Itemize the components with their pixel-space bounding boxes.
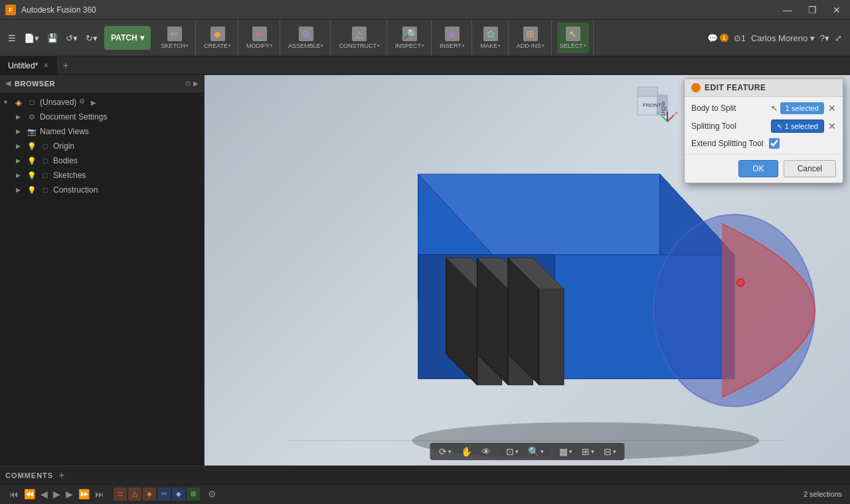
ef-ok-button[interactable]: OK <box>738 160 778 177</box>
notifications-button[interactable]: 💬 1 <box>707 33 728 43</box>
new-file-button[interactable]: 📄▾ <box>21 32 42 44</box>
timeline-next-all-button[interactable]: ⏩ <box>77 487 91 501</box>
svg-point-16 <box>736 279 744 286</box>
timeline-item-2[interactable]: △ <box>128 487 141 501</box>
tree-item-named-views[interactable]: ▶ 📷 Named Views <box>0 124 204 139</box>
tree-gear-root[interactable]: ⚙ <box>79 98 88 107</box>
extend-splitting-checkbox[interactable] <box>769 138 780 149</box>
tree-item-origin[interactable]: ▶ 💡 □ Origin <box>0 139 204 153</box>
tree-label-root: (Unsaved) <box>40 98 76 107</box>
app-logo: F <box>5 5 16 15</box>
timeline-next-button[interactable]: ▶ <box>64 487 74 501</box>
selection-count: 2 selections <box>804 490 842 498</box>
tab-close-button[interactable]: ✕ <box>43 62 48 69</box>
construct-button[interactable]: △ CONSTRUCT▾ <box>336 23 382 53</box>
redo-button[interactable]: ↻▾ <box>83 32 100 44</box>
timeline-prev-button[interactable]: ◀ <box>39 487 49 501</box>
assemble-label: ASSEMBLE▾ <box>288 42 324 49</box>
make-button[interactable]: ⊙ MAKE▾ <box>477 23 504 53</box>
close-button[interactable]: ✕ <box>829 3 845 17</box>
3d-viewport[interactable]: FRONT RIGHT X Y Z EDIT FEATURE Body to S… <box>205 75 850 465</box>
grid-button[interactable]: ⊞ ▾ <box>578 445 598 458</box>
tree-item-document-settings[interactable]: ▶ ⚙ Document Settings <box>0 110 204 124</box>
tree-icon-origin-folder: □ <box>40 141 50 151</box>
browser-settings-icon[interactable]: ⊙ <box>185 80 191 87</box>
new-tab-button[interactable]: + <box>57 60 74 72</box>
maximize-button[interactable]: ❐ <box>804 3 821 17</box>
body-to-split-clear-button[interactable]: ✕ <box>828 103 836 114</box>
toolbar-right: 💬 1 ⊙1 Carlos Moreno ▾ ?▾ ⤢ <box>707 33 847 43</box>
body-to-split-row: Body to Split ↖ 1 selected ✕ <box>691 102 836 114</box>
body-to-split-selected-btn[interactable]: 1 selected <box>780 102 824 114</box>
grid2-button[interactable]: ⊟ ▾ <box>600 445 620 458</box>
timeline-item-2-icon: △ <box>132 490 137 497</box>
zoom-button[interactable]: 🔍 ▾ <box>525 445 547 458</box>
sketch-button[interactable]: ✏ SKETCH▾ <box>159 23 192 53</box>
create-label: CREATE▾ <box>204 42 231 49</box>
modify-label: MODIFY▾ <box>246 42 273 49</box>
pan-button[interactable]: ✋ <box>458 445 475 458</box>
tree-item-sketches[interactable]: ▶ 💡 □ Sketches <box>0 168 204 183</box>
svg-text:Y: Y <box>656 110 660 116</box>
statusbar-right: 2 selections <box>804 490 842 498</box>
minimize-button[interactable]: — <box>779 3 796 17</box>
add-comment-button[interactable]: + <box>58 469 64 481</box>
sketch-group: ✏ SKETCH▾ <box>155 20 197 56</box>
tree-item-bodies[interactable]: ▶ 💡 □ Bodies <box>0 153 204 168</box>
select-label: SELECT▾ <box>560 42 586 49</box>
zoom-fit-icon: ⊡ <box>506 446 514 457</box>
ef-body: Body to Split ↖ 1 selected ✕ Splitting T… <box>685 97 843 154</box>
timeline-settings-button[interactable]: ⚙ <box>208 489 216 499</box>
timeline-prev-all-button[interactable]: ⏪ <box>23 487 37 501</box>
browser-collapse-icon[interactable]: ◀ <box>5 79 11 88</box>
construct-icon: △ <box>352 27 367 41</box>
zoom-icon: 🔍 <box>528 446 539 457</box>
tab-untitled[interactable]: Untitled* ✕ <box>0 56 57 75</box>
timeline-play-button[interactable]: ▶ <box>52 487 62 501</box>
timeline-item-1[interactable]: □ <box>114 487 127 501</box>
timeline-item-4[interactable]: ✂ <box>157 487 171 501</box>
insert-button[interactable]: ⊕ INSERT▾ <box>437 23 468 53</box>
browser-expand-icon[interactable]: ▶ <box>193 80 199 87</box>
create-button[interactable]: ◆ CREATE▾ <box>201 23 234 53</box>
select-button[interactable]: ↖ SELECT▾ <box>557 23 589 53</box>
assemble-button[interactable]: ⚙ ASSEMBLE▾ <box>286 23 327 53</box>
modify-button[interactable]: ✂ MODIFY▾ <box>244 23 276 53</box>
splitting-tool-clear-button[interactable]: ✕ <box>828 121 836 131</box>
undo-button[interactable]: ↺▾ <box>63 32 80 44</box>
user-menu-button[interactable]: Carlos Moreno ▾ <box>751 33 815 43</box>
help-button[interactable]: ⊙1 <box>734 33 746 43</box>
patch-workspace-label: PATCH <box>111 33 137 42</box>
app-menu-button[interactable]: ☰ <box>5 32 19 44</box>
select-group: ↖ SELECT▾ <box>553 20 594 56</box>
save-button[interactable]: 💾 <box>44 32 60 44</box>
tab-label: Untitled* <box>8 61 38 70</box>
tree-options-root[interactable]: ▶ <box>91 99 96 106</box>
expand-button[interactable]: ⤢ <box>835 33 842 43</box>
display-button[interactable]: ▦ ▾ <box>556 445 576 458</box>
tree-item-root[interactable]: ▼ ◈ □ (Unsaved) ⚙ ▶ <box>0 95 204 110</box>
extend-splitting-row: Extend Splitting Tool <box>691 138 836 149</box>
addins-button[interactable]: ⊞ ADD-INS▾ <box>514 23 547 53</box>
timeline-last-button[interactable]: ⏭ <box>94 487 106 501</box>
settings-menu-button[interactable]: ?▾ <box>820 33 829 43</box>
tree-item-construction[interactable]: ▶ 💡 □ Construction <box>0 183 204 197</box>
patch-workspace-button[interactable]: PATCH ▾ <box>104 26 151 50</box>
splitting-tool-selected-btn[interactable]: ↖ 1 selected <box>771 120 824 133</box>
timeline-item-3[interactable]: ◈ <box>143 487 156 501</box>
look-button[interactable]: 👁 <box>478 445 494 458</box>
timeline-first-button[interactable]: ⏮ <box>8 487 20 501</box>
timeline-item-3-icon: ◈ <box>147 490 152 497</box>
zoom-arrow: ▾ <box>541 448 544 455</box>
pan-icon: ✋ <box>461 446 472 457</box>
inspect-button[interactable]: 🔎 INSPECT▾ <box>392 23 427 53</box>
zoom-fit-button[interactable]: ⊡ ▾ <box>503 445 522 458</box>
orbit-button[interactable]: ⟳ ▾ <box>436 445 455 458</box>
tree-icon-construction-bulb: 💡 <box>27 185 37 195</box>
timeline-item-5[interactable]: ◆ <box>172 487 185 501</box>
timeline-item-6[interactable]: ⊞ <box>187 487 200 501</box>
vp-sep-2 <box>551 446 552 458</box>
ef-title: EDIT FEATURE <box>705 83 766 92</box>
ef-cancel-button[interactable]: Cancel <box>784 160 836 177</box>
ef-footer: OK Cancel <box>685 154 843 183</box>
